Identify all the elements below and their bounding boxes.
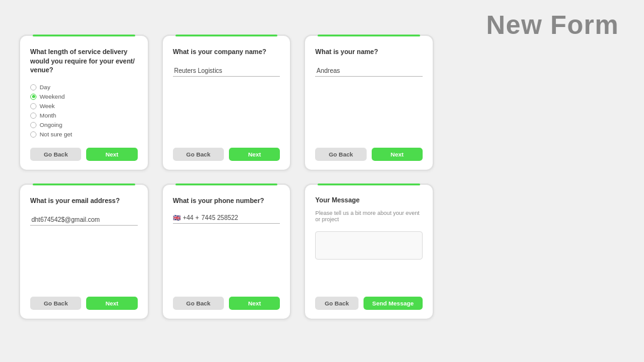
radio-circle-month	[30, 112, 36, 119]
card-message: Your Message Please tell us a bit more a…	[304, 184, 434, 320]
forms-grid: What length of service delivery would yo…	[0, 0, 453, 332]
radio-label-week: Week	[40, 102, 55, 109]
message-label: Your Message	[315, 196, 423, 204]
card-buttons-company: Go Back Next	[173, 144, 280, 161]
radio-group-duration: Day Weekend Week Month Ongoing Not sure …	[30, 84, 138, 138]
phone-number-text: 7445 258522	[201, 214, 238, 221]
input-email[interactable]	[30, 214, 138, 226]
radio-label-ongoing: Ongoing	[40, 121, 62, 128]
card-email: What is your email address? Go Back Next	[19, 184, 149, 320]
radio-circle-not-sure	[30, 131, 36, 138]
card-buttons-email: Go Back Next	[30, 293, 138, 310]
card-buttons-phone: Go Back Next	[173, 293, 280, 310]
page-title: New Form	[486, 10, 619, 40]
radio-label-weekend: Weekend	[40, 93, 65, 100]
back-button-email[interactable]: Go Back	[30, 297, 81, 310]
next-button-company[interactable]: Next	[229, 148, 280, 161]
question-phone: What is your phone number?	[173, 196, 280, 206]
next-button-duration[interactable]: Next	[86, 148, 137, 161]
card-buttons-name: Go Back Next	[315, 144, 423, 161]
back-button-duration[interactable]: Go Back	[30, 148, 81, 161]
flag-icon: 🇬🇧	[173, 214, 180, 221]
radio-month[interactable]: Month	[30, 112, 138, 119]
card-company-name: What is your company name? Go Back Next	[162, 35, 292, 171]
radio-label-month: Month	[40, 112, 56, 119]
radio-circle-week	[30, 103, 36, 109]
question-your-name: What is your name?	[315, 47, 423, 57]
phone-input-row[interactable]: 🇬🇧 +44 + 7445 258522	[173, 214, 280, 224]
radio-not-sure[interactable]: Not sure get	[30, 131, 138, 138]
card-buttons-message: Go Back Send Message	[315, 293, 423, 310]
radio-ongoing[interactable]: Ongoing	[30, 121, 138, 128]
input-your-name[interactable]	[315, 65, 423, 77]
question-service-duration: What length of service delivery would yo…	[30, 47, 138, 75]
question-company-name: What is your company name?	[173, 47, 280, 57]
card-phone: What is your phone number? 🇬🇧 +44 + 7445…	[162, 184, 292, 320]
next-button-email[interactable]: Next	[86, 297, 137, 310]
question-email: What is your email address?	[30, 196, 138, 206]
card-service-duration: What length of service delivery would yo…	[19, 35, 149, 171]
radio-weekend[interactable]: Weekend	[30, 93, 138, 100]
radio-circle-weekend	[30, 94, 36, 100]
radio-week[interactable]: Week	[30, 102, 138, 109]
next-button-name[interactable]: Next	[372, 148, 423, 161]
send-button-message[interactable]: Send Message	[364, 297, 423, 310]
back-button-name[interactable]: Go Back	[315, 148, 366, 161]
radio-label-not-sure: Not sure get	[40, 131, 72, 138]
back-button-phone[interactable]: Go Back	[173, 297, 224, 310]
radio-circle-day	[30, 84, 36, 90]
card-buttons-duration: Go Back Next	[30, 144, 138, 161]
radio-circle-ongoing	[30, 122, 36, 128]
radio-day[interactable]: Day	[30, 84, 138, 90]
message-subtitle: Please tell us a bit more about your eve…	[315, 210, 423, 222]
back-button-company[interactable]: Go Back	[173, 148, 224, 161]
card-your-name: What is your name? Go Back Next	[304, 35, 434, 171]
phone-prefix: +44 +	[183, 214, 199, 221]
message-textarea[interactable]	[315, 231, 423, 260]
next-button-phone[interactable]: Next	[229, 297, 280, 310]
radio-label-day: Day	[40, 84, 50, 90]
input-company-name[interactable]	[173, 65, 280, 77]
back-button-message[interactable]: Go Back	[315, 297, 358, 310]
